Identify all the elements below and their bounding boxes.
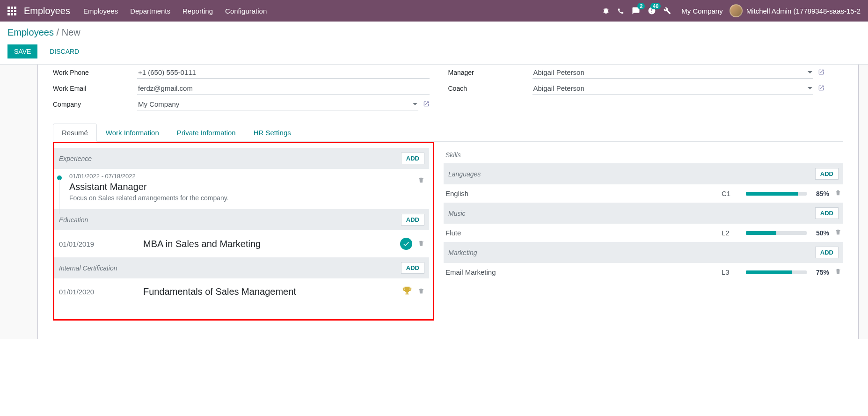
certification-item: 01/01/2020 Fundamentals of Sales Managem… [54,278,429,305]
tab-hr-settings[interactable]: HR Settings [245,124,300,141]
skill-progress [746,192,807,196]
skill-group-languages: Languages ADD [444,163,843,184]
skill-group-marketing: Marketing ADD [444,242,843,263]
trash-icon[interactable] [835,268,841,277]
brand: Employees [24,6,70,16]
nav-departments[interactable]: Departments [130,7,170,15]
apps-icon[interactable] [7,7,16,15]
skill-group-label: Music [448,210,466,217]
work-email-label: Work Email [53,85,137,92]
nav-configuration[interactable]: Configuration [225,7,267,15]
tabs: Resumé Work Information Private Informat… [53,124,843,142]
tab-resume[interactable]: Resumé [53,124,97,142]
education-title: MBA in Sales and Marketing [143,239,400,249]
check-icon [400,238,412,250]
manager-field[interactable]: Abigail Peterson [532,66,814,79]
control-panel: Employees / New SAVE DISCARD [0,22,868,65]
certification-label: Internal Certification [59,264,117,272]
work-phone-label: Work Phone [53,69,137,76]
skill-item: English C1 85% [444,184,843,203]
breadcrumb: Employees / New [7,27,861,38]
skill-group-label: Marketing [448,249,477,256]
skill-level: L3 [722,268,740,276]
navbar: Employees Employees Departments Reportin… [0,0,868,22]
certification-date: 01/01/2020 [59,288,143,296]
skills-label: Skills [444,151,843,159]
add-skill-button[interactable]: ADD [815,207,839,219]
education-date: 01/01/2019 [59,240,143,248]
debug-icon[interactable] [602,7,610,15]
company-selector[interactable]: My Company [681,7,722,15]
user-name: Mitchell Admin (17789348-saas-15-2 [746,7,861,15]
trash-icon[interactable] [418,178,424,185]
skill-name: English [445,190,716,197]
work-email-field[interactable] [137,82,430,95]
experience-header: Experience ADD [54,148,429,169]
add-skill-button[interactable]: ADD [815,247,839,258]
experience-dates: 01/01/2022 - 07/18/2022 [69,173,229,180]
chevron-down-icon [808,71,812,73]
skills-panel: Skills Languages ADD English C1 85% Musi… [444,142,843,321]
messages-badge: 2 [637,3,645,9]
nav-employees[interactable]: Employees [83,7,118,15]
activities-badge: 40 [650,3,661,9]
tools-icon[interactable] [664,7,671,15]
skill-name: Email Marketing [445,268,716,276]
experience-item: 01/01/2022 - 07/18/2022 Assistant Manage… [54,169,429,209]
experience-label: Experience [59,155,92,162]
add-experience-button[interactable]: ADD [401,153,424,164]
resume-panel: Experience ADD 01/01/2022 - 07/18/2022 A… [53,142,434,321]
manager-label: Manager [448,69,532,76]
tab-work-info[interactable]: Work Information [97,124,168,141]
education-item: 01/01/2019 MBA in Sales and Marketing [54,230,429,257]
trash-icon[interactable] [835,189,841,198]
activities-icon[interactable]: 40 [648,7,656,15]
add-education-button[interactable]: ADD [401,214,424,226]
save-button[interactable]: SAVE [7,44,37,58]
skill-percent: 75% [812,269,829,276]
nav-reporting[interactable]: Reporting [182,7,213,15]
education-header: Education ADD [54,209,429,230]
breadcrumb-current: New [62,27,80,37]
add-skill-button[interactable]: ADD [815,168,839,180]
skill-group-label: Languages [448,170,481,178]
add-certification-button[interactable]: ADD [401,262,424,274]
skill-level: L2 [722,229,740,237]
trash-icon[interactable] [418,287,424,296]
skill-name: Flute [445,229,716,237]
skill-item: Flute L2 50% [444,224,843,242]
external-link-icon[interactable] [423,101,430,109]
work-phone-field[interactable] [137,66,430,79]
company-field[interactable]: My Company [137,98,418,110]
external-link-icon[interactable] [818,69,824,77]
skill-group-music: Music ADD [444,203,843,224]
experience-role: Assistant Manager [69,182,229,192]
breadcrumb-sep: / [57,27,62,37]
certification-title: Fundamentals of Sales Management [143,286,402,297]
company-label: Company [53,101,137,108]
chevron-down-icon [808,87,812,89]
messages-icon[interactable]: 2 [632,7,640,15]
phone-icon[interactable] [617,7,624,15]
trash-icon[interactable] [835,228,841,237]
trash-icon[interactable] [418,240,424,248]
chevron-down-icon [413,103,417,105]
form-sheet: Work Phone Manager Abigail Peterson Work… [37,65,859,339]
tab-private-info[interactable]: Private Information [168,124,245,141]
discard-button[interactable]: DISCARD [43,44,86,58]
skill-item: Email Marketing L3 75% [444,263,843,281]
experience-desc: Focus on Sales related arrangements for … [69,194,229,202]
timeline-dot-icon [57,175,62,180]
certification-header: Internal Certification ADD [54,257,429,278]
external-link-icon[interactable] [818,85,824,93]
skill-level: C1 [722,190,740,197]
skill-progress [746,270,807,274]
skill-progress [746,231,807,235]
coach-label: Coach [448,85,532,92]
coach-field[interactable]: Abigail Peterson [532,82,814,95]
trophy-icon [402,286,412,298]
education-label: Education [59,216,88,224]
skill-percent: 50% [812,229,829,237]
breadcrumb-root[interactable]: Employees [7,27,54,37]
user-menu[interactable]: Mitchell Admin (17789348-saas-15-2 [729,4,861,17]
